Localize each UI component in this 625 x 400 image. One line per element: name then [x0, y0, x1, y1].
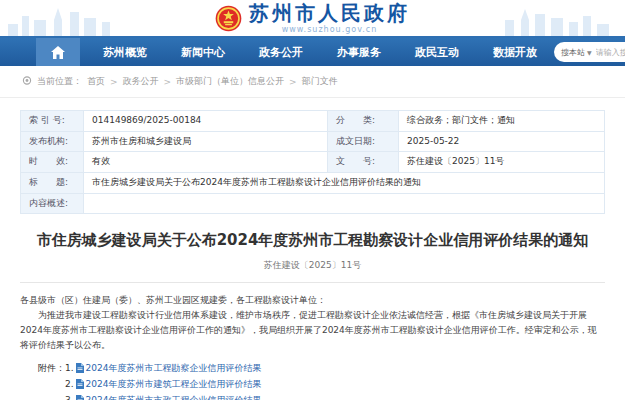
skyline-decoration-left: [0, 6, 150, 36]
attachment-link[interactable]: 2024年度苏州市工程勘察企业信用评价结果: [76, 362, 262, 375]
attachments-section: 附件： 1. 2024年度苏州市工程勘察企业信用评价结果 2.: [38, 362, 605, 400]
doc-category-label: 分 类:: [328, 111, 398, 131]
site-logo[interactable]: 苏州市人民政府 www.suzhou.gov.cn: [215, 3, 410, 34]
attachment-item: 3. 2024年度苏州市市政工程企业信用评价结果: [65, 394, 262, 400]
attachment-number: 1.: [65, 363, 74, 373]
breadcrumb-link-gov-info[interactable]: 政务公开: [123, 75, 159, 88]
doc-title-label: 标 题:: [21, 173, 83, 193]
nav-item-services[interactable]: 办事服务: [320, 38, 398, 66]
doc-validity-label: 时 效:: [21, 152, 83, 172]
article-doc-number: 苏住建设〔2025〕11号: [20, 259, 605, 272]
file-icon: [76, 363, 84, 373]
nav-item-open-data[interactable]: 数据开放: [476, 38, 554, 66]
article-body: 各县级市（区）住建局（委）、苏州工业园区规建委，各工程勘察设计单位： 为推进我市…: [20, 293, 605, 352]
national-emblem-icon: [215, 5, 242, 32]
site-url: www.suzhou.gov.cn: [282, 25, 378, 34]
home-icon: [51, 46, 65, 59]
file-icon: [76, 395, 84, 400]
breadcrumb-prefix: 当前位置：: [37, 75, 82, 88]
doc-index-label: 索 引 号:: [21, 111, 83, 131]
search-box: 搜本站 ▼: [554, 42, 625, 62]
nav-item-interaction[interactable]: 政民互动: [398, 38, 476, 66]
breadcrumb: 当前位置： 首页 > 政务公开 > 市级部门（单位）信息公开 > 部门文件: [0, 66, 625, 98]
attachments-list: 1. 2024年度苏州市工程勘察企业信用评价结果 2.: [65, 362, 262, 400]
doc-issuer-value: 苏州市住房和城乡建设局: [84, 132, 327, 152]
breadcrumb-link-dept-disclosure[interactable]: 市级部门（单位）信息公开: [176, 75, 284, 88]
breadcrumb-separator: >: [289, 77, 297, 87]
nav-item-gov-info[interactable]: 政务公开: [242, 38, 320, 66]
doc-date-label: 成文日期:: [328, 132, 398, 152]
doc-validity-value: 有效: [84, 152, 327, 172]
file-icon: [76, 379, 84, 389]
nav-item-news[interactable]: 新闻中心: [164, 38, 242, 66]
search-scope-select[interactable]: 搜本站 ▼: [561, 47, 592, 58]
search-scope-label: 搜本站: [561, 47, 585, 58]
doc-issuer-label: 发布机构:: [21, 132, 83, 152]
attachment-number: 3.: [65, 395, 74, 400]
main-nav: 苏州概览 新闻中心 政务公开 办事服务 政民互动 数据开放 搜本站 ▼: [0, 38, 625, 66]
attachments-label: 附件：: [38, 362, 65, 400]
search-input[interactable]: [596, 48, 625, 57]
nav-home-button[interactable]: [36, 38, 80, 66]
attachment-link-label: 2024年度苏州市市政工程企业信用评价结果: [86, 394, 262, 400]
doc-number-label: 文 号:: [328, 152, 398, 172]
article-divider: [20, 282, 605, 283]
page: 苏州市人民政府 www.suzhou.gov.cn 苏州概览 新闻中心 政务公开…: [0, 0, 625, 400]
chevron-down-icon: ▼: [587, 49, 592, 56]
main-content: 索 引 号: 014149869/2025-00184 分 类: 综合政务；部门…: [0, 98, 625, 400]
doc-date-value: 2025-05-22: [399, 132, 604, 152]
attachment-number: 2.: [65, 379, 74, 389]
breadcrumb-separator: >: [164, 77, 172, 87]
attachment-item: 1. 2024年度苏州市工程勘察企业信用评价结果: [65, 362, 262, 375]
doc-summary-value: [84, 194, 604, 214]
article-paragraph: 为推进我市建设工程勘察设计行业信用体系建设，维护市场秩序，促进工程勘察设计企业依…: [20, 308, 605, 353]
breadcrumb-current: 部门文件: [302, 75, 338, 88]
skyline-decoration-right: [475, 6, 625, 36]
attachment-item: 2. 2024年度苏州市建筑工程企业信用评价结果: [65, 378, 262, 391]
breadcrumb-link-home[interactable]: 首页: [87, 75, 105, 88]
attachment-link[interactable]: 2024年度苏州市建筑工程企业信用评价结果: [76, 378, 262, 391]
attachment-link-label: 2024年度苏州市建筑工程企业信用评价结果: [86, 378, 262, 391]
site-title: 苏州市人民政府: [249, 3, 410, 24]
article-title: 市住房城乡建设局关于公布2024年度苏州市工程勘察设计企业信用评价结果的通知: [20, 231, 605, 250]
nav-item-overview[interactable]: 苏州概览: [86, 38, 164, 66]
doc-summary-label: 内容概述:: [21, 194, 83, 214]
attachment-link-label: 2024年度苏州市工程勘察企业信用评价结果: [86, 362, 262, 375]
site-header: 苏州市人民政府 www.suzhou.gov.cn: [0, 0, 625, 38]
doc-category-value: 综合政务；部门文件；通知: [399, 111, 604, 131]
attachment-link[interactable]: 2024年度苏州市市政工程企业信用评价结果: [76, 394, 262, 400]
nav-items: 苏州概览 新闻中心 政务公开 办事服务 政民互动 数据开放: [86, 38, 554, 66]
location-icon: [22, 76, 32, 87]
article-salutation: 各县级市（区）住建局（委）、苏州工业园区规建委，各工程勘察设计单位：: [20, 293, 605, 308]
doc-number-value: 苏住建设〔2025〕11号: [399, 152, 604, 172]
breadcrumb-separator: >: [110, 77, 118, 87]
doc-index-value: 014149869/2025-00184: [84, 111, 327, 131]
doc-info-table: 索 引 号: 014149869/2025-00184 分 类: 综合政务；部门…: [20, 110, 605, 214]
doc-title-value: 市住房城乡建设局关于公布2024年度苏州市工程勘察设计企业信用评价结果的通知: [84, 173, 604, 193]
